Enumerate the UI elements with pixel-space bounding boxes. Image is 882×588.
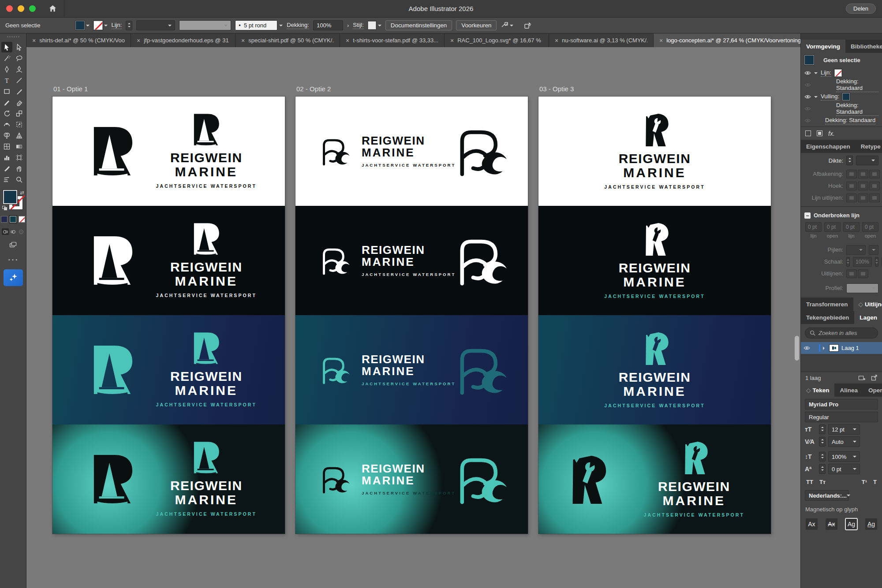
artboard-label[interactable]: 01 - Optie 1 bbox=[53, 85, 285, 93]
scale-stepper[interactable] bbox=[819, 452, 826, 461]
visibility-eye-icon[interactable] bbox=[804, 106, 811, 111]
zoom-tool[interactable] bbox=[14, 174, 25, 185]
dash-field[interactable]: 0 pt bbox=[843, 222, 860, 232]
document-tab[interactable]: ×jfp-vastgoedonderhoud.eps @ 31... bbox=[131, 33, 235, 47]
width-profile-dropdown[interactable] bbox=[846, 283, 878, 293]
expand-chevron-icon[interactable] bbox=[814, 72, 818, 76]
close-tab-icon[interactable]: × bbox=[659, 37, 663, 44]
close-tab-icon[interactable]: × bbox=[137, 37, 140, 44]
gap-field[interactable]: 0 pt bbox=[824, 222, 841, 232]
stroke-weight-stepper[interactable] bbox=[126, 21, 132, 30]
fill-stroke-control[interactable]: ⇄ bbox=[3, 190, 23, 210]
direct-selection-tool[interactable] bbox=[14, 42, 25, 52]
stroke-none-swatch[interactable] bbox=[93, 21, 103, 30]
superscript-button[interactable]: T¹ bbox=[862, 479, 867, 485]
snap-xheight-button[interactable]: Ax bbox=[825, 518, 838, 530]
tab-libraries[interactable]: Bibliotheken bbox=[845, 40, 882, 53]
fill-row-label[interactable]: Vulling: bbox=[821, 93, 839, 100]
document-tab[interactable]: ×special-shirt.pdf @ 50 % (CMYK/... bbox=[235, 33, 340, 47]
tab-transform[interactable]: Transformeren bbox=[801, 298, 853, 311]
minimize-window-button[interactable] bbox=[18, 5, 24, 12]
font-style-field[interactable]: Regular bbox=[805, 412, 878, 422]
snap-baseline-button[interactable]: Ag bbox=[865, 518, 878, 530]
draw-normal-mode[interactable] bbox=[2, 228, 9, 235]
layer-visibility-eye-icon[interactable] bbox=[804, 346, 810, 350]
layer-row[interactable]: Laag 1 bbox=[801, 342, 882, 354]
scale-stepper[interactable] bbox=[875, 257, 878, 267]
default-fill-stroke-icon[interactable] bbox=[2, 206, 7, 210]
document-tab[interactable]: ×nu-software.ai @ 3,13 % (CMYK/... bbox=[549, 33, 654, 47]
panel-grip[interactable] bbox=[7, 36, 19, 37]
draw-inside-mode[interactable] bbox=[18, 228, 25, 235]
column-graph-tool[interactable] bbox=[1, 152, 12, 163]
graphic-style-dropdown[interactable] bbox=[368, 21, 381, 30]
scale-field[interactable]: 100% bbox=[853, 257, 872, 267]
document-tab[interactable]: ×RAC_100_Logo.svg* @ 16,67 % (R... bbox=[445, 33, 549, 47]
appearance-target-swatch[interactable] bbox=[804, 55, 814, 65]
pen-tool[interactable] bbox=[1, 64, 12, 74]
profile-dropdown-chevron[interactable] bbox=[279, 25, 283, 28]
rectangle-tool[interactable] bbox=[1, 86, 12, 97]
collect-export-icon[interactable] bbox=[858, 375, 866, 381]
swap-fill-stroke-icon[interactable]: ⇄ bbox=[20, 190, 24, 196]
color-swatch-button[interactable] bbox=[1, 216, 7, 223]
arrange-icon[interactable] bbox=[523, 22, 531, 30]
magic-wand-tool[interactable] bbox=[1, 53, 12, 63]
add-stroke-icon[interactable] bbox=[805, 130, 811, 136]
corner-buttons[interactable] bbox=[846, 182, 880, 190]
document-tab[interactable]: ×shirts-def.ai* @ 50 % (CMYK/Voo... bbox=[26, 33, 131, 47]
export-selection-icon[interactable] bbox=[871, 375, 878, 381]
style-label[interactable]: Stijl: bbox=[353, 22, 364, 29]
zoom-window-button[interactable] bbox=[29, 5, 36, 12]
add-effect-icon[interactable]: fx. bbox=[828, 130, 835, 137]
rotate-tool[interactable] bbox=[1, 108, 12, 119]
lasso-tool[interactable] bbox=[14, 53, 25, 63]
cap-buttons[interactable] bbox=[846, 170, 880, 179]
layers-search-input[interactable]: Zoeken in alles bbox=[805, 327, 878, 339]
kerning-field[interactable]: Auto bbox=[828, 436, 860, 447]
scale-stepper[interactable] bbox=[846, 257, 850, 267]
touch-type-tool[interactable] bbox=[1, 174, 12, 185]
all-caps-button[interactable]: TT bbox=[806, 479, 813, 485]
scale-tool[interactable] bbox=[14, 108, 25, 119]
kerning-stepper[interactable] bbox=[819, 437, 826, 447]
weight-dropdown[interactable] bbox=[856, 156, 878, 165]
artboard-label[interactable]: 03 - Optie 3 bbox=[539, 85, 771, 93]
small-caps-button[interactable]: Tт bbox=[819, 479, 826, 485]
canvas-vertical-scrollbar[interactable] bbox=[795, 336, 799, 361]
isolate-selection-icon[interactable] bbox=[501, 22, 513, 30]
paintbrush-tool[interactable] bbox=[14, 86, 25, 97]
stroke-color-picker[interactable] bbox=[93, 21, 108, 30]
snap-glyph-box-button[interactable]: Ag bbox=[845, 518, 858, 530]
arrowhead-start-dropdown[interactable] bbox=[846, 245, 866, 255]
gradient-tool[interactable] bbox=[14, 141, 25, 152]
stroke-row-swatch[interactable] bbox=[834, 69, 842, 77]
stroke-weight-label[interactable]: Lijn: bbox=[112, 22, 122, 29]
layer-expand-chevron-icon[interactable] bbox=[823, 346, 826, 350]
visibility-eye-icon[interactable] bbox=[804, 71, 811, 75]
tab-properties[interactable]: Eigenschappen bbox=[801, 140, 856, 153]
dash-field[interactable]: 0 pt bbox=[805, 222, 822, 232]
document-tab[interactable]: ×t-shirts-voor-stefan.pdf @ 33,33... bbox=[340, 33, 445, 47]
brush-definition-dropdown[interactable] bbox=[179, 20, 231, 30]
width-tool[interactable] bbox=[1, 119, 12, 130]
selection-tool[interactable] bbox=[1, 42, 12, 52]
artboard-label[interactable]: 02 - Optie 2 bbox=[296, 85, 528, 93]
weight-stepper[interactable] bbox=[846, 156, 853, 165]
fill-swatch[interactable] bbox=[75, 21, 85, 30]
shape-builder-tool[interactable] bbox=[1, 130, 12, 141]
tab-appearance[interactable]: Vormgeving bbox=[801, 40, 845, 53]
eraser-tool[interactable] bbox=[14, 97, 25, 108]
mesh-tool[interactable] bbox=[1, 141, 12, 152]
font-size-field[interactable]: 12 pt bbox=[828, 424, 860, 435]
stroke-weight-dropdown[interactable] bbox=[136, 20, 175, 30]
close-tab-icon[interactable]: × bbox=[555, 37, 558, 44]
tab-layers[interactable]: Lagen bbox=[854, 311, 882, 324]
subscript-button[interactable]: T bbox=[873, 479, 877, 485]
horizontal-scale-field[interactable]: 100% bbox=[828, 451, 860, 462]
language-dropdown[interactable]: Nederlands:... bbox=[805, 490, 849, 501]
fill-row-swatch[interactable] bbox=[842, 93, 850, 100]
align-stroke-buttons[interactable] bbox=[846, 194, 880, 202]
close-tab-icon[interactable]: × bbox=[241, 37, 245, 44]
gap-field[interactable]: 0 pt bbox=[862, 222, 878, 232]
